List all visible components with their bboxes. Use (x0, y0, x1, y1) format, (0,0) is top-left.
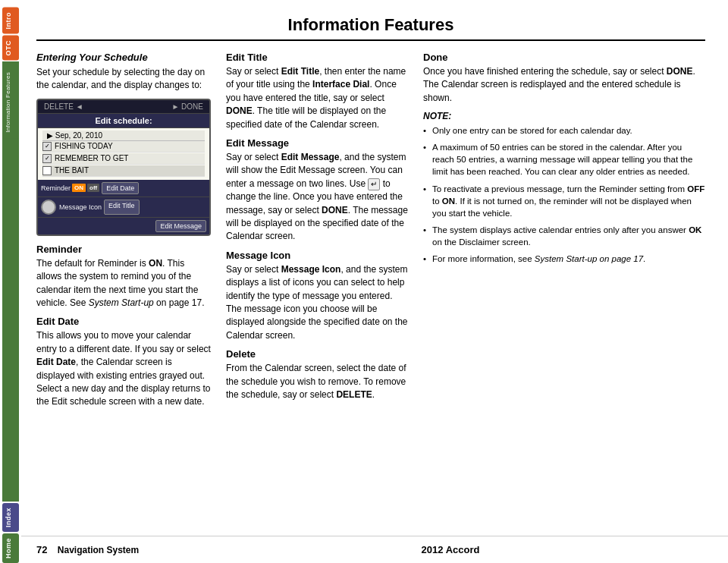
column-left: Entering Your Schedule Set your schedule… (36, 52, 211, 516)
screen-delete-btn: DELETE ◄ (44, 102, 83, 111)
section-edittitle-title: Edit Title (226, 52, 408, 63)
section-reminder-body: The default for Reminder is ON. This all… (36, 257, 211, 310)
section-editmessage-title: Edit Message (226, 137, 408, 149)
sidebar: Intro OTC Information Features Index Hom… (0, 0, 21, 563)
entry-text-2: REMEMBER TO GET (55, 154, 128, 162)
edit-message-btn[interactable]: Edit Message (155, 220, 206, 232)
note-list: Only one entry can be stored for each ca… (423, 124, 705, 265)
section-delete-title: Delete (226, 348, 408, 360)
sidebar-tab-otc[interactable]: OTC (2, 36, 19, 61)
page-title: Information Features (36, 15, 705, 41)
screen-date: ▶ Sep, 20, 2010 (42, 131, 205, 141)
section-messageicon-title: Message Icon (226, 250, 408, 261)
checkbox-1: ✓ (42, 142, 52, 151)
note-title: NOTE: (423, 111, 705, 121)
footer-page-number: 72 (36, 544, 47, 555)
checkbox-2: ✓ (42, 154, 52, 163)
section-entering-body: Set your schedule by selecting the day o… (36, 66, 211, 93)
screen-done-btn: ► DONE (171, 102, 203, 111)
screen-entry-1: ✓ FISHING TODAY (42, 141, 205, 153)
main-content: Information Features Entering Your Sched… (21, 0, 728, 563)
screen-entry-2: ✓ REMEMBER TO GET (42, 153, 205, 165)
screen-top-bar: DELETE ◄ ► DONE (38, 100, 209, 114)
sidebar-tab-home[interactable]: Home (2, 533, 19, 563)
note-item-4: The system displays active calendar entr… (423, 224, 705, 248)
screen-buttons-3: Edit Message (38, 217, 209, 234)
screen-entries: ▶ Sep, 20, 2010 ✓ FISHING TODAY ✓ REMEMB… (38, 128, 209, 180)
note-item-1: Only one entry can be stored for each ca… (423, 124, 705, 137)
section-editdate-title: Edit Date (36, 316, 211, 327)
sidebar-tab-index[interactable]: Index (2, 503, 19, 532)
sidebar-tab-info-label: Information Features (2, 66, 19, 139)
note-item-2: A maximum of 50 entries can be stored in… (423, 141, 705, 178)
column-right: Done Once you have finished entering the… (423, 52, 705, 516)
footer-nav-label: Navigation System (58, 545, 139, 555)
screen-buttons: Reminder ON off Edit Date (38, 180, 209, 197)
screen-buttons-2: Message Icon Edit Title (38, 197, 209, 217)
column-middle: Edit Title Say or select Edit Title, the… (226, 52, 408, 516)
section-done-body: Once you have finished entering the sche… (423, 65, 705, 105)
section-editdate-body: This allows you to move your calendar en… (36, 329, 211, 408)
screen-entry-3: THE BAIT (42, 165, 205, 177)
screen-title: Edit schedule: (38, 114, 209, 128)
toggle-off: off (87, 184, 99, 192)
section-messageicon-body: Say or select Message Icon, and the syst… (226, 263, 408, 342)
section-reminder-title: Reminder (36, 244, 211, 255)
toggle-on: ON (72, 184, 86, 192)
entry-text-1: FISHING TODAY (55, 142, 113, 150)
message-icon-circle (41, 200, 56, 215)
section-done-title: Done (423, 52, 705, 63)
screen-display: DELETE ◄ ► DONE Edit schedule: ▶ Sep, 20… (36, 99, 211, 236)
message-icon-label: Message Icon (59, 203, 102, 211)
footer-left: 72 Navigation System (36, 544, 188, 555)
section-editmessage-body: Say or select Edit Message, and the syst… (226, 151, 408, 244)
section-delete-body: From the Calendar screen, select the dat… (226, 362, 408, 401)
edit-date-btn[interactable]: Edit Date (102, 182, 139, 194)
section-entering-title: Entering Your Schedule (36, 52, 211, 63)
footer-center: 2012 Accord (188, 544, 713, 555)
footer: 72 Navigation System 2012 Accord (21, 536, 728, 563)
edit-title-btn[interactable]: Edit Title (104, 200, 140, 215)
note-item-5: For more information, see System Start-u… (423, 253, 705, 265)
section-edittitle-body: Say or select Edit Title, then enter the… (226, 65, 408, 131)
reminder-label: Reminder (41, 184, 71, 192)
note-item-3: To reactivate a previous message, turn t… (423, 183, 705, 219)
checkbox-3 (42, 166, 52, 175)
sidebar-tab-intro[interactable]: Intro (2, 8, 19, 34)
content-columns: Entering Your Schedule Set your schedule… (36, 52, 705, 516)
entry-text-3: THE BAIT (55, 166, 89, 175)
reminder-toggle: Reminder ON off (41, 182, 99, 194)
